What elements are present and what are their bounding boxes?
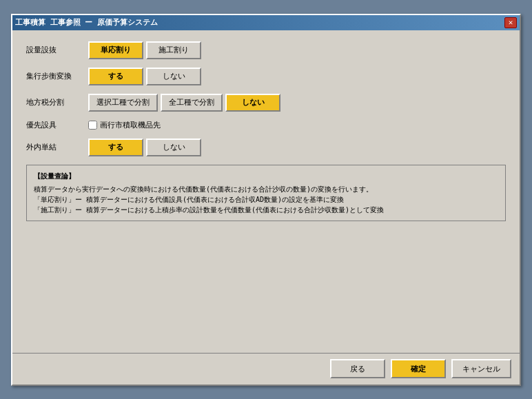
label-priority: 優先設具	[26, 120, 88, 130]
btn-group-regional: 選択工種で分割 全工種で分割 しない	[88, 94, 280, 112]
priority-checkbox[interactable]	[88, 121, 97, 130]
btn-do[interactable]: する	[88, 68, 143, 85]
info-line-3: 「施工割り」ー 積算データーにおける上積歩率の設計数量を代価数量(代価表における…	[34, 205, 498, 215]
label-conversion: 集行步衡変換	[26, 71, 88, 81]
cancel-button[interactable]: キャンセル	[451, 359, 511, 378]
btn-unit-price-do[interactable]: する	[88, 139, 143, 156]
btn-all-type[interactable]: 全工種で分割	[161, 94, 223, 112]
form-area: 設量設抜 単応割り 施工割り 集行步衡変換 する しない 地方税分割 選択工種で…	[26, 41, 506, 346]
bottom-bar: 戻る 確定 キャンセル	[12, 353, 520, 385]
btn-no-split[interactable]: しない	[225, 94, 280, 112]
content-area: 設量設抜 単応割り 施工割り 集行步衡変換 する しない 地方税分割 選択工種で…	[12, 30, 520, 353]
info-box: 【設量查論】 積算データから実行データへの変換時における代価数量(代価表における…	[26, 165, 506, 221]
checkbox-area-priority: 画行市積取機品先	[88, 120, 161, 130]
close-button[interactable]: ✕	[504, 17, 517, 28]
priority-checkbox-label: 画行市積取機品先	[100, 120, 161, 130]
btn-construction-split[interactable]: 施工割り	[146, 41, 201, 59]
label-unit-price: 外内単結	[26, 142, 88, 152]
row-unit-price: 外内単結 する しない	[26, 139, 506, 156]
btn-group-conversion: する しない	[88, 68, 201, 85]
window-title: 工事積算 工事参照 ー 原価予算システム	[15, 17, 158, 28]
label-regional: 地方税分割	[26, 97, 88, 108]
btn-group-setup: 単応割り 施工割り	[88, 41, 201, 59]
btn-dont[interactable]: しない	[146, 68, 201, 85]
label-setup: 設量設抜	[26, 45, 88, 55]
back-button[interactable]: 戻る	[330, 359, 385, 378]
row-conversion: 集行步衡変換 する しない	[26, 68, 506, 85]
info-line-1: 積算データから実行データへの変換時における代価数量(代価表における合計沙収の数量…	[34, 184, 498, 194]
confirm-button[interactable]: 確定	[391, 359, 446, 378]
row-priority: 優先設具 画行市積取機品先	[26, 120, 506, 130]
btn-group-unit-price: する しない	[88, 139, 201, 156]
row-regional-split: 地方税分割 選択工種で分割 全工種で分割 しない	[26, 94, 506, 112]
info-title: 【設量查論】	[34, 171, 498, 181]
btn-selected-type[interactable]: 選択工種で分割	[88, 94, 158, 112]
info-line-2: 「単応割り」ー 積算データーにおける代価設具(代価表における合計収AD数量)の設…	[34, 194, 498, 205]
main-window: 工事積算 工事参照 ー 原価予算システム ✕ 設量設抜 単応割り 施工割り 集行…	[11, 14, 521, 386]
title-bar: 工事積算 工事参照 ー 原価予算システム ✕	[12, 15, 520, 30]
btn-unit-split[interactable]: 単応割り	[88, 41, 143, 59]
btn-unit-price-dont[interactable]: しない	[146, 139, 201, 156]
row-setup: 設量設抜 単応割り 施工割り	[26, 41, 506, 59]
